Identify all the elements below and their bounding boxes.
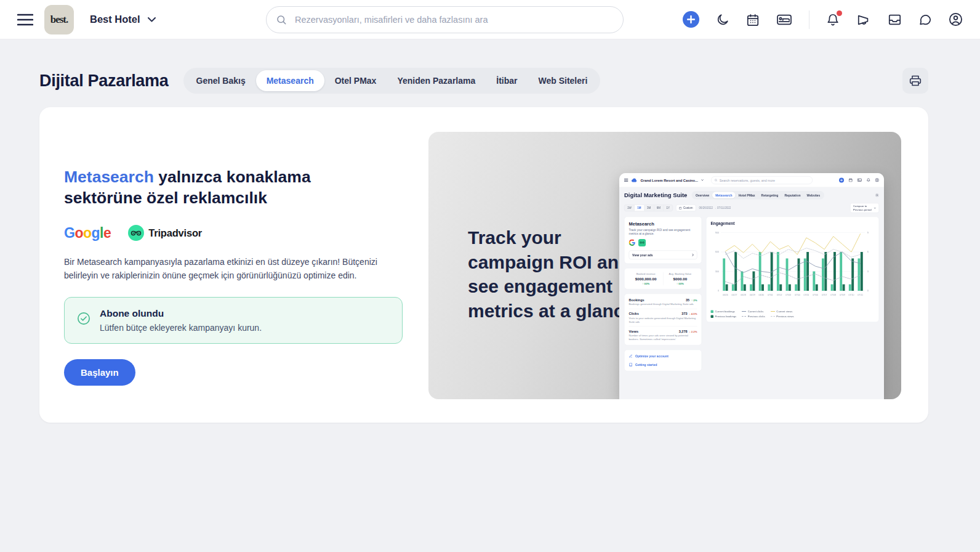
- mini-search-placeholder: Search reservations, guests, and more: [720, 178, 775, 182]
- caption-line: Track your: [468, 225, 634, 250]
- mini-body: Metasearch Track your campaign ROI and s…: [619, 216, 884, 376]
- mini-custom-calendar-icon: [679, 206, 682, 209]
- calendar-icon[interactable]: [746, 13, 760, 26]
- mini-range-3m: 3M: [645, 205, 654, 211]
- mini-metasearch-card: Metasearch Track your campaign ROI and s…: [624, 217, 702, 264]
- google-letter: g: [92, 225, 100, 241]
- svg-text:0: 0: [718, 289, 719, 292]
- mini-topbar: Grand Lorem Resort and Casino... Search …: [619, 173, 884, 187]
- hamburger-menu-icon[interactable]: [17, 14, 33, 26]
- legend-item: Current views: [771, 310, 794, 313]
- topbar-divider: [809, 10, 809, 29]
- topbar: best. Best Hotel: [0, 0, 980, 39]
- mini-tripadvisor-icon: [638, 239, 646, 246]
- mini-provider-icons: [629, 239, 697, 246]
- mini-view-ads-label: View your ads: [632, 253, 653, 257]
- inbox-icon[interactable]: [888, 13, 902, 26]
- svg-text:900: 900: [715, 231, 719, 234]
- legend-item: Previous clicks: [742, 315, 765, 318]
- mini-links-card: Optimize your account Getting started: [624, 350, 702, 371]
- chevron-down-icon: [148, 17, 156, 22]
- subscription-status-box: Abone olundu Lütfen bütçe ekleyerek kamp…: [64, 297, 403, 344]
- hotel-switcher[interactable]: Best Hotel: [90, 14, 156, 25]
- tab-yeniden-pazarlama[interactable]: Yeniden Pazarlama: [387, 70, 486, 91]
- mini-range-1y: 1Y: [664, 205, 673, 211]
- mini-google-g-icon: [629, 240, 636, 246]
- mini-plus-icon: [839, 177, 844, 182]
- legend-item: Previous bookings: [711, 315, 737, 318]
- svg-text:06/28: 06/28: [741, 294, 746, 296]
- mini-date-controls: 1W 1M 3M 6M 1Y Custom 06/26/2022 → 07/11…: [619, 200, 884, 216]
- mini-tab-retargeting: Retargeting: [758, 192, 782, 199]
- page-title: Dijital Pazarlama: [39, 71, 169, 91]
- chat-bubble-icon[interactable]: [918, 13, 932, 26]
- mini-engagement-card: Engagement 0300600900036906/2606/2706/28…: [706, 217, 879, 323]
- svg-text:3: 3: [867, 270, 869, 273]
- mini-page-head: Digital Marketing Suite Overview Metasea…: [619, 187, 884, 200]
- create-new-button[interactable]: [683, 11, 699, 28]
- tripadvisor-label: Tripadvisor: [148, 227, 202, 239]
- mini-link-getting-started: Getting started: [629, 360, 697, 369]
- mini-range-1m: 1M: [635, 205, 645, 211]
- notification-dot: [837, 10, 842, 16]
- svg-text:0: 0: [867, 289, 869, 292]
- svg-text:07/10: 07/10: [849, 294, 854, 296]
- svg-text:06/30: 06/30: [758, 294, 764, 296]
- mini-calendar-icon: [849, 178, 853, 182]
- print-button[interactable]: [902, 68, 928, 94]
- page-head: Dijital Pazarlama Genel Bakış Metasearch…: [39, 68, 928, 94]
- svg-text:07/04: 07/04: [795, 294, 800, 296]
- mini-custom-range: Custom: [676, 205, 696, 211]
- brand-logo[interactable]: best.: [44, 5, 74, 34]
- mini-compare-label: Compare to Previous period: [853, 205, 872, 211]
- tab-otel-pmax[interactable]: Otel PMax: [324, 70, 387, 91]
- engagement-chart: 0300600900036906/2606/2706/2806/2906/300…: [711, 227, 875, 307]
- account-icon[interactable]: [949, 12, 963, 26]
- mini-view-ads-button: View your ads: [629, 250, 697, 259]
- start-button[interactable]: Başlayın: [64, 359, 135, 386]
- tab-web-siteleri[interactable]: Web Siteleri: [528, 70, 598, 91]
- mini-tab-overview: Overview: [693, 192, 712, 199]
- rooms-bed-icon[interactable]: [776, 13, 792, 26]
- mini-tab-reputation: Reputation: [781, 192, 803, 199]
- notifications-bell-icon[interactable]: [826, 13, 840, 26]
- status-subtitle: Lütfen bütçe ekleyerek kampanyayı kurun.: [100, 323, 262, 333]
- headline: Metasearch yalnızca konaklama sektörüne …: [64, 166, 421, 209]
- google-letter: e: [103, 225, 111, 241]
- mini-tab-metasearch: Metasearch: [712, 192, 736, 199]
- svg-text:06/26: 06/26: [723, 294, 728, 296]
- mini-optimize-icon: [629, 354, 633, 358]
- tab-genel-bakis[interactable]: Genel Bakış: [186, 70, 256, 91]
- metasearch-panel: Metasearch yalnızca konaklama sektörüne …: [39, 107, 928, 423]
- legend-item: Previous views: [771, 315, 794, 318]
- svg-text:07/01: 07/01: [768, 294, 773, 296]
- svg-text:07/11: 07/11: [857, 294, 863, 296]
- hotel-name: Best Hotel: [90, 14, 140, 25]
- mini-stats-card: Bookings 35 ↑ 2% Bookings generated thro…: [624, 293, 702, 345]
- mini-cloud-logo: [632, 178, 638, 182]
- mini-tab-hotel-pmax: Hotel PMax: [736, 192, 758, 199]
- google-letter: G: [64, 225, 74, 241]
- promo-caption: Track your campaign ROI and see engageme…: [468, 225, 634, 323]
- tab-metasearch[interactable]: Metasearch: [256, 70, 324, 91]
- mini-compare-dropdown: Compare to Previous period: [850, 203, 879, 213]
- promo-image: Track your campaign ROI and see engageme…: [428, 132, 901, 399]
- svg-text:07/09: 07/09: [840, 294, 845, 296]
- tab-itibar[interactable]: İtibar: [486, 70, 528, 91]
- announcements-megaphone-icon[interactable]: [856, 13, 871, 26]
- mini-bell-icon: [867, 178, 871, 182]
- status-title: Abone olundu: [100, 308, 262, 319]
- chart-legend: Current bookingsCurrent clicksCurrent vi…: [711, 310, 875, 318]
- google-letter: o: [83, 225, 92, 241]
- topbar-icons: [683, 10, 963, 29]
- mini-right-column: Engagement 0300600900036906/2606/2706/28…: [706, 217, 879, 371]
- google-letter: o: [74, 225, 83, 241]
- search-icon: [276, 14, 287, 25]
- svg-text:07/08: 07/08: [830, 294, 836, 296]
- svg-text:06/27: 06/27: [732, 294, 737, 296]
- search-input[interactable]: [266, 6, 624, 33]
- google-logo: Google: [64, 225, 111, 242]
- tripadvisor-logo: Tripadvisor: [128, 225, 202, 241]
- dark-mode-icon[interactable]: [716, 13, 729, 26]
- status-text: Abone olundu Lütfen bütçe ekleyerek kamp…: [100, 308, 262, 333]
